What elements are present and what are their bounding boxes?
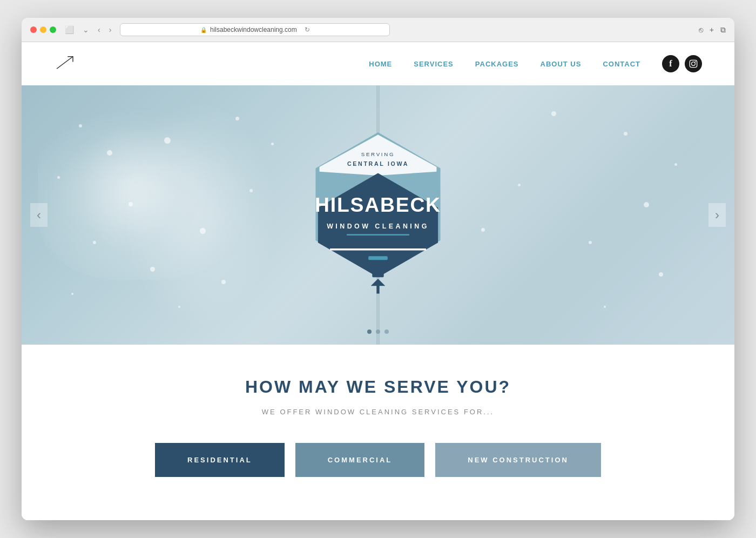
tabs-icon[interactable]: ⧉ [720, 25, 726, 35]
website: HOME SERVICES PACKAGES ABOUT US CONTACT … [22, 42, 734, 520]
residential-button[interactable]: RESIDENTIAL [155, 443, 285, 477]
nav-packages[interactable]: PACKAGES [475, 60, 519, 68]
logo-badge: SERVING CENTRAL IOWA HILSABECK WINDOW CL… [292, 127, 464, 302]
slider-prev-button[interactable]: ‹ [30, 203, 48, 227]
svg-text:CENTRAL IOWA: CENTRAL IOWA [347, 160, 409, 167]
chevron-down-icon[interactable]: ⌄ [80, 24, 91, 35]
services-title: HOW MAY WE SERVE YOU? [43, 377, 713, 397]
slider-dot-1[interactable] [367, 329, 372, 334]
tab-icon[interactable]: ⬜ [63, 24, 76, 35]
svg-text:SERVING: SERVING [361, 151, 395, 157]
hero-section: ‹ SERVING CENTRAL IOWA HILSABECK [22, 85, 734, 345]
nav-services[interactable]: SERVICES [414, 60, 454, 68]
svg-text:HILSABECK: HILSABECK [315, 193, 441, 216]
svg-line-0 [57, 57, 73, 69]
commercial-button[interactable]: COMMERCIAL [295, 443, 425, 477]
reload-icon[interactable]: ↻ [305, 26, 310, 33]
nav-contact[interactable]: CONTACT [603, 60, 640, 68]
share-icon[interactable]: ⎋ [699, 25, 703, 35]
dot-yellow[interactable] [40, 26, 46, 33]
svg-point-2 [692, 62, 696, 66]
svg-rect-12 [347, 234, 409, 236]
new-tab-icon[interactable]: + [710, 25, 714, 35]
logo-icon [54, 55, 76, 71]
url-text: hilsabeckwindowcleaning.com [210, 26, 297, 33]
facebook-icon[interactable]: f [662, 55, 679, 72]
forward-button[interactable]: › [107, 24, 114, 35]
browser-dots [30, 26, 56, 33]
svg-text:WINDOW CLEANING: WINDOW CLEANING [327, 223, 429, 230]
svg-rect-16 [376, 285, 379, 294]
services-section: HOW MAY WE SERVE YOU? WE OFFER WINDOW CL… [22, 345, 734, 520]
nav-home[interactable]: HOME [369, 60, 392, 68]
slider-next-button[interactable]: › [708, 203, 726, 227]
svg-rect-13 [372, 258, 383, 278]
browser-right-controls: ⎋ + ⧉ [699, 25, 726, 35]
browser-controls: ⬜ ⌄ ‹ › [63, 24, 113, 35]
nav-logo[interactable] [54, 55, 76, 73]
nav-about-us[interactable]: ABOUT US [541, 60, 582, 68]
lock-icon: 🔒 [200, 27, 207, 33]
svg-rect-1 [690, 60, 697, 67]
new-construction-button[interactable]: NEW CONSTRUCTION [435, 443, 601, 477]
browser-chrome: ⬜ ⌄ ‹ › 🔒 hilsabeckwindowcleaning.com ↻ … [22, 18, 734, 42]
browser-window: ⬜ ⌄ ‹ › 🔒 hilsabeckwindowcleaning.com ↻ … [22, 18, 734, 520]
instagram-icon[interactable] [685, 55, 702, 72]
dot-red[interactable] [30, 26, 37, 33]
svg-rect-14 [368, 256, 388, 260]
dot-green[interactable] [50, 26, 56, 33]
slider-dot-3[interactable] [384, 329, 389, 334]
address-bar[interactable]: 🔒 hilsabeckwindowcleaning.com ↻ [120, 23, 390, 36]
back-button[interactable]: ‹ [96, 24, 103, 35]
svg-rect-7 [330, 248, 426, 251]
slider-dot-2[interactable] [376, 329, 380, 334]
services-subtitle: WE OFFER WINDOW CLEANING SERVICES FOR... [43, 408, 713, 416]
slider-dots [367, 329, 389, 334]
navigation: HOME SERVICES PACKAGES ABOUT US CONTACT … [22, 42, 734, 85]
nav-links: HOME SERVICES PACKAGES ABOUT US CONTACT [369, 60, 640, 68]
svg-marker-15 [371, 279, 386, 286]
nav-social: f [662, 55, 702, 72]
service-buttons: RESIDENTIAL COMMERCIAL NEW CONSTRUCTION [43, 443, 713, 477]
svg-point-3 [695, 61, 696, 62]
